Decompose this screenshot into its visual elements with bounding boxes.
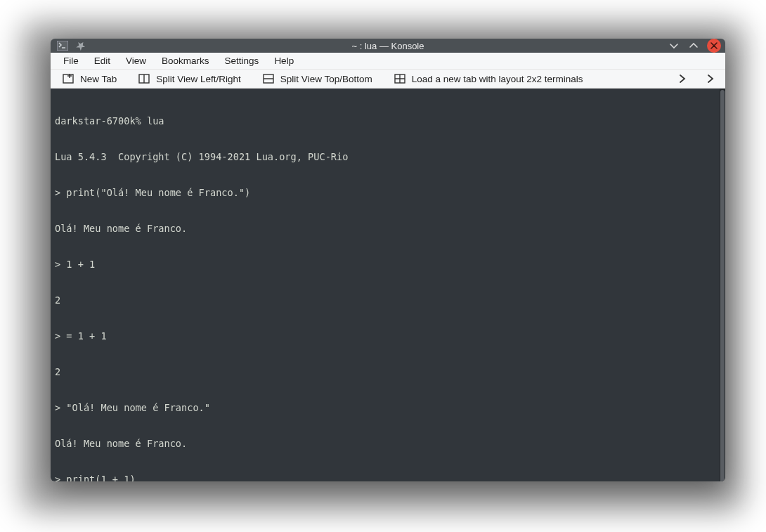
minimize-button[interactable] xyxy=(668,39,680,52)
split-lr-label: Split View Left/Right xyxy=(156,74,241,84)
new-tab-label: New Tab xyxy=(80,74,117,84)
menu-settings[interactable]: Settings xyxy=(218,53,266,69)
split-top-bottom-button[interactable]: Split View Top/Bottom xyxy=(258,70,377,88)
menu-view[interactable]: View xyxy=(119,53,153,69)
menu-bookmarks[interactable]: Bookmarks xyxy=(155,53,216,69)
new-tab-icon xyxy=(62,72,74,85)
new-tab-button[interactable]: New Tab xyxy=(58,70,121,88)
window-title: ~ : lua — Konsole xyxy=(51,41,725,51)
toolbar: New Tab Split View Left/Right Split View… xyxy=(51,70,725,89)
menu-edit[interactable]: Edit xyxy=(87,53,117,69)
pin-icon[interactable] xyxy=(74,39,87,52)
menu-file[interactable]: File xyxy=(56,53,86,69)
titlebar: ~ : lua — Konsole xyxy=(51,39,725,53)
load-layout-label: Load a new tab with layout 2x2 terminals xyxy=(412,74,583,84)
term-line: > = 1 + 1 xyxy=(55,330,715,342)
terminal[interactable]: darkstar-6700k% lua Lua 5.4.3 Copyright … xyxy=(51,89,720,481)
menu-help[interactable]: Help xyxy=(267,53,301,69)
term-line: > 1 + 1 xyxy=(55,259,715,271)
term-line: > print(1 + 1) xyxy=(55,474,715,481)
term-line: darkstar-6700k% lua xyxy=(55,115,715,127)
grid-icon xyxy=(394,72,406,85)
svg-rect-0 xyxy=(57,41,68,51)
term-line: Olá! Meu nome é Franco. xyxy=(55,223,715,235)
maximize-button[interactable] xyxy=(687,39,700,52)
term-line: Olá! Meu nome é Franco. xyxy=(55,438,715,450)
terminal-wrap: darkstar-6700k% lua Lua 5.4.3 Copyright … xyxy=(51,89,725,481)
menubar: File Edit View Bookmarks Settings Help xyxy=(51,53,725,70)
split-tb-icon xyxy=(262,72,275,85)
term-line: > print("Olá! Meu nome é Franco.") xyxy=(55,187,715,199)
scroll-thumb[interactable] xyxy=(720,90,725,481)
split-left-right-button[interactable]: Split View Left/Right xyxy=(134,70,245,88)
konsole-window: ~ : lua — Konsole File Edit View Bookmar… xyxy=(51,39,725,481)
close-button[interactable] xyxy=(707,39,721,53)
terminal-app-icon xyxy=(56,39,69,52)
scrollbar[interactable] xyxy=(720,89,725,481)
split-tb-label: Split View Top/Bottom xyxy=(280,74,372,84)
toolbar-chevron-right-2[interactable] xyxy=(703,71,718,86)
term-line: 2 xyxy=(55,366,715,378)
term-line: 2 xyxy=(55,294,715,306)
term-line: Lua 5.4.3 Copyright (C) 1994-2021 Lua.or… xyxy=(55,151,715,163)
split-lr-icon xyxy=(138,72,150,85)
term-line: > "Olá! Meu nome é Franco." xyxy=(55,402,715,414)
toolbar-chevron-right-1[interactable] xyxy=(675,71,690,86)
load-layout-button[interactable]: Load a new tab with layout 2x2 terminals xyxy=(389,70,588,88)
